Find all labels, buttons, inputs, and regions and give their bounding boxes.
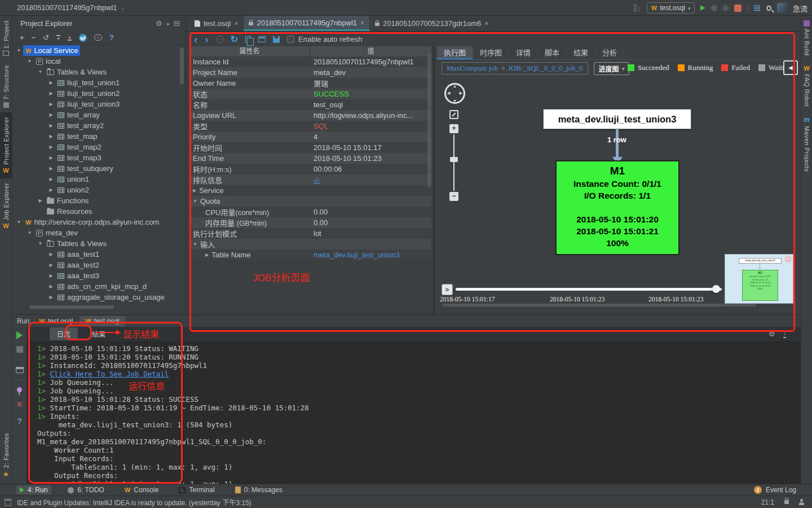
divider[interactable] (433, 46, 435, 314)
tool-stripe-item[interactable]: FAQ Robot (801, 60, 812, 111)
remove-icon[interactable] (32, 33, 36, 42)
chevron-right-icon[interactable]: ▶ (47, 102, 55, 107)
auto-refresh-checkbox[interactable] (287, 36, 294, 43)
compass-control[interactable]: ▲▼◀▶ (444, 83, 465, 104)
rerun-button[interactable] (16, 331, 23, 339)
lock-icon[interactable] (784, 500, 789, 504)
restore-layout-icon[interactable] (16, 367, 24, 373)
vertical-scrollbar[interactable] (427, 53, 431, 187)
chevron-right-icon[interactable]: ▶ (47, 123, 55, 128)
tree-item[interactable]: ▶union1 (12, 174, 186, 185)
close-icon[interactable] (360, 19, 364, 27)
timeline-track[interactable] (456, 288, 722, 291)
property-row[interactable]: 排队信息-/- (189, 174, 431, 185)
tree-item[interactable]: ▼Local Service (12, 45, 186, 56)
chevron-right-icon[interactable]: ▶ (47, 295, 55, 300)
chevron-down-icon[interactable]: ▼ (193, 199, 197, 204)
tool-stripe-item[interactable]: 1: Project (0, 16, 12, 60)
task-node-m1[interactable]: M1 Instance Count: 0/1/1I/O Records: 1/1… (555, 160, 679, 255)
tab-log[interactable]: 日志 (50, 327, 78, 340)
gear-icon[interactable] (156, 19, 162, 28)
graph-tab[interactable]: 分析 (595, 46, 624, 59)
close-icon[interactable] (234, 19, 238, 28)
chevron-right-icon[interactable]: ▶ (47, 144, 55, 150)
refresh-icon[interactable] (231, 34, 238, 45)
property-row[interactable]: Priority4 (189, 132, 431, 142)
collapse-all-icon[interactable]: ▲ (68, 35, 72, 41)
hide-panel-icon[interactable] (174, 19, 180, 28)
graph-tab[interactable]: 时序图 (473, 46, 509, 59)
tool-stripe-item[interactable]: 2: Favorites (0, 428, 12, 483)
tree-item[interactable]: ▶union2 (12, 185, 186, 195)
chevron-down-icon[interactable]: ▼ (25, 230, 34, 235)
zoom-slider-handle[interactable] (450, 157, 458, 162)
run-tab[interactable]: test.osql (33, 316, 78, 326)
property-row[interactable]: Instance Id20180510070117495g7nbpwl1 (189, 56, 431, 67)
graph-tab[interactable]: 脚本 (538, 46, 567, 59)
chevron-down-icon[interactable]: ▼ (36, 241, 45, 246)
chevron-down-icon[interactable]: ▼ (15, 220, 23, 225)
tree-item[interactable]: ▶test_map3 (12, 152, 186, 163)
run-button[interactable] (700, 5, 705, 11)
close-icon[interactable] (16, 399, 23, 409)
stop-button[interactable] (734, 5, 742, 12)
graph-canvas[interactable]: ▲▼◀▶ + − meta_dev.liuji_test_union3 1 ro… (437, 78, 798, 314)
tool-window-button[interactable]: >_Terminal (175, 485, 218, 494)
horizontal-scrollbar[interactable] (29, 305, 114, 309)
property-row[interactable]: 执行计划模式lot (189, 228, 431, 239)
job-detail-link[interactable]: Click Here To See Job Detail (50, 370, 169, 378)
zoom-in-button[interactable]: + (449, 124, 458, 133)
tree-item[interactable]: ▶liuji_test_union3 (12, 99, 186, 110)
save-icon[interactable] (273, 36, 280, 43)
tree-item[interactable]: ▶test_map (12, 131, 186, 142)
gear-icon[interactable] (769, 330, 775, 338)
tool-stripe-item[interactable]: Ant Build (801, 16, 812, 60)
timeline-handle[interactable] (712, 285, 720, 293)
property-row[interactable]: CPU用量(core*min)0.00 (189, 207, 431, 217)
chevron-right-icon[interactable]: ▶ (47, 273, 55, 278)
event-log-button[interactable]: 2 Event Log (754, 486, 796, 494)
chevron-down-icon[interactable]: ▼ (193, 242, 197, 247)
source-table-node[interactable]: meta_dev.liuji_test_union3 (543, 109, 691, 129)
chevron-right-icon[interactable]: ▶ (47, 91, 55, 96)
property-row[interactable]: ▶Table Namemeta_dev.liuji_test_union3 (189, 249, 431, 260)
property-row[interactable]: ▼输入 (189, 239, 431, 249)
tree-item[interactable]: ▶aaa_test1 (12, 249, 186, 260)
chevron-right-icon[interactable]: ▶ (36, 198, 45, 203)
tool-stripe-item[interactable]: Job Explorer (0, 178, 12, 234)
back-arrow-button[interactable] (783, 60, 798, 75)
update-icon[interactable]: 011001↓ (634, 4, 641, 12)
info-bubble-icon[interactable]: i (94, 34, 102, 41)
chevron-right-icon[interactable]: ▶ (47, 284, 55, 289)
tree-item[interactable]: ▶test_subquery (12, 163, 186, 174)
tree-item[interactable]: ▶test_map2 (12, 142, 186, 152)
coverage-button[interactable] (722, 4, 730, 12)
copy-icon[interactable] (245, 36, 251, 43)
scroll-to-end-icon[interactable]: ↓ (783, 330, 787, 338)
editor-tab[interactable]: test.osql (189, 16, 244, 31)
tree-item[interactable]: ▼Tables & Views (12, 67, 186, 77)
tree-item[interactable]: ▶test_array2 (12, 120, 186, 131)
tree-item[interactable]: ▶aaa_test3 (12, 270, 186, 281)
property-row[interactable]: 状态SUCCESS (189, 89, 431, 99)
chevron-down-icon[interactable]: ▼ (15, 48, 23, 53)
tool-stripe-item[interactable]: Maven Projects (801, 111, 812, 176)
debug-button[interactable] (711, 5, 717, 11)
console-line[interactable]: 1> Click Here To See Job Detail (37, 370, 801, 378)
tool-window-button[interactable]: 0: Messages (231, 485, 286, 494)
search-icon[interactable] (766, 6, 771, 11)
stop-button[interactable] (16, 346, 23, 353)
chevron-right-icon[interactable]: ▶ (193, 188, 196, 193)
add-icon[interactable] (20, 33, 24, 42)
graph-tab[interactable]: 结果 (567, 46, 595, 59)
property-row[interactable]: 内存用量 (GB*min)0.00 (189, 217, 431, 228)
chevron-right-icon[interactable]: ▶ (47, 155, 55, 160)
property-row[interactable]: 类型SQL (189, 121, 431, 132)
horizontal-scrollbar[interactable] (443, 304, 756, 306)
tree-item[interactable]: ▶aggragate_storage_cu_usage (12, 292, 186, 303)
editor-tab[interactable]: 20180510070117495g7nbpwl1 (244, 16, 370, 31)
tool-windows-icon[interactable] (753, 3, 761, 13)
graph-tab[interactable]: 详情 (509, 46, 538, 59)
tree-item[interactable]: ▶ads_cn_crm_kpi_mcp_d (12, 281, 186, 292)
chevron-right-icon[interactable]: ▶ (205, 252, 209, 257)
